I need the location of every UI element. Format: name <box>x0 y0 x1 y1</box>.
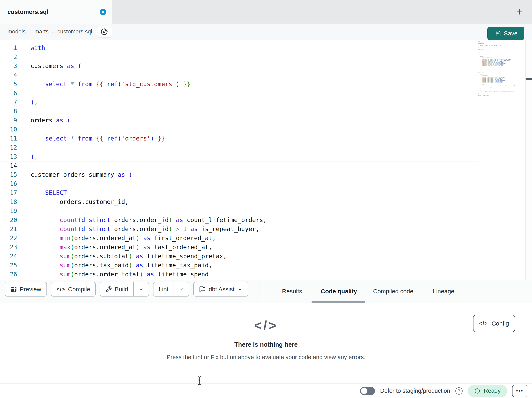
line-number: 16 <box>0 179 17 188</box>
code-line[interactable]: 24 sum(orders.subtotal) as lifetime_spen… <box>0 252 478 261</box>
tab-code-quality[interactable]: Code quality <box>321 280 357 303</box>
code-text <box>17 107 31 116</box>
status-label: Ready <box>484 388 501 394</box>
code-text: sum(orders.subtotal) as lifetime_spend_p… <box>17 252 227 261</box>
code-line[interactable]: 22 min(orders.ordered_at) as first_order… <box>0 234 478 243</box>
code-line[interactable]: 21 count(distinct orders.order_id) > 1 a… <box>0 224 478 234</box>
action-toolbar: Preview </> Compile Build <box>0 280 532 303</box>
chevron-down-icon <box>179 287 184 292</box>
explore-lineage-button[interactable] <box>96 26 112 38</box>
line-number: 8 <box>0 107 17 116</box>
code-line[interactable]: 5 select * from {{ ref('stg_customers') … <box>0 79 478 89</box>
code-text <box>17 125 31 134</box>
dbt-ide-window: customers.sql + models › marts › custome… <box>0 0 532 398</box>
code-line[interactable]: 17 SELECT <box>0 188 478 197</box>
code-line[interactable]: 9orders as ( <box>0 116 478 125</box>
build-dropdown-button[interactable] <box>134 282 149 296</box>
code-line[interactable]: 2 <box>0 52 478 61</box>
code-lines: 1with23customers as (45 select * from {{… <box>0 40 478 279</box>
code-text <box>17 71 31 79</box>
code-text: min(orders.ordered_at) as first_ordered_… <box>17 234 216 243</box>
dbt-assist-label: dbt Assist <box>209 286 234 293</box>
lint-dropdown-button[interactable] <box>174 282 189 296</box>
code-text <box>17 206 31 215</box>
build-button[interactable]: Build <box>100 282 133 296</box>
empty-state-message: Press the Lint or Fix button above to ev… <box>0 354 532 360</box>
code-editor[interactable]: 1with23customers as (45 select * from {{… <box>0 40 532 280</box>
code-line[interactable]: 19 <box>0 206 478 215</box>
code-line[interactable]: 18 orders.customer_id, <box>0 197 478 206</box>
empty-state: </> There is nothing here Press the Lint… <box>0 318 532 360</box>
code-line[interactable]: 25 sum(orders.tax_paid) as lifetime_tax_… <box>0 261 478 270</box>
code-text: max(orders.ordered_at) as last_ordered_a… <box>17 243 212 252</box>
compile-button[interactable]: </> Compile <box>51 282 96 297</box>
code-line[interactable]: 16 <box>0 179 478 188</box>
line-number: 6 <box>0 89 17 98</box>
indent-guide <box>31 71 31 98</box>
wrench-icon <box>105 286 112 293</box>
code-line[interactable]: 15customer_orders_summary as ( <box>0 170 478 179</box>
code-line[interactable]: 12 <box>0 143 478 152</box>
save-button[interactable]: Save <box>487 27 524 40</box>
code-line[interactable]: 7), <box>0 98 478 107</box>
code-text: sum(orders.tax_paid) as lifetime_tax_pai… <box>17 261 212 270</box>
code-line[interactable]: 13), <box>0 152 478 161</box>
table-grid-icon <box>10 286 17 293</box>
code-line[interactable]: 20 count(distinct orders.order_id) as co… <box>0 215 478 224</box>
code-text: select * from {{ ref('stg_customers') }} <box>17 79 190 89</box>
code-text: ), <box>17 98 38 107</box>
preview-label: Preview <box>20 286 41 293</box>
code-line[interactable]: 26 sum(orders.order_total) as lifetime_s… <box>0 270 478 279</box>
code-line[interactable]: 10 <box>0 125 478 134</box>
tab-compiled-code[interactable]: Compiled code <box>373 280 413 303</box>
breadcrumb-separator: › <box>29 29 31 34</box>
active-tab-underline <box>311 301 365 303</box>
breadcrumb-file[interactable]: customers.sql <box>57 28 92 35</box>
lint-button[interactable]: Lint <box>153 282 174 296</box>
new-tab-button[interactable]: + <box>512 4 528 19</box>
panel-divider <box>263 281 263 302</box>
breadcrumb-models[interactable]: models <box>7 28 25 35</box>
code-line[interactable]: 8 <box>0 107 478 116</box>
ruler-thumb[interactable] <box>526 78 532 80</box>
code-text <box>17 143 31 152</box>
preview-button[interactable]: Preview <box>5 282 47 297</box>
code-text: SELECT <box>17 188 67 197</box>
more-options-button[interactable]: ••• <box>512 385 527 397</box>
ibeam-cursor-icon <box>197 376 202 385</box>
code-line[interactable]: 6 <box>0 89 478 98</box>
editor-overview-ruler[interactable] <box>525 40 532 280</box>
line-number: 9 <box>0 116 17 125</box>
code-line[interactable]: 3customers as ( <box>0 61 478 71</box>
line-number: 25 <box>0 261 17 270</box>
line-number: 7 <box>0 98 17 107</box>
code-line[interactable]: 4 <box>0 71 478 79</box>
tab-lineage[interactable]: Lineage <box>433 280 454 303</box>
code-line[interactable]: 23 max(orders.ordered_at) as last_ordere… <box>0 243 478 252</box>
defer-toggle[interactable] <box>360 387 375 395</box>
line-number: 24 <box>0 252 17 261</box>
tab-customers-sql[interactable]: customers.sql <box>0 0 112 24</box>
status-bar: Defer to staging/production ? Ready ••• <box>0 384 532 398</box>
code-line[interactable]: 11 select * from {{ ref('orders') }} <box>0 134 478 143</box>
help-icon[interactable]: ? <box>455 387 462 395</box>
save-floppy-icon <box>494 30 501 37</box>
chat-sparkle-icon <box>199 286 206 293</box>
code-text <box>17 161 31 170</box>
config-button[interactable]: </> Config <box>473 315 515 332</box>
code-brackets-icon: </> <box>0 318 532 333</box>
code-text <box>17 52 31 61</box>
dbt-assist-button[interactable]: dbt Assist <box>193 282 248 297</box>
code-text: orders.customer_id, <box>17 197 129 206</box>
code-text <box>17 89 31 98</box>
editor-minimap[interactable]: with customers as ( select * from {{ ref… <box>478 41 525 279</box>
code-line[interactable]: 1with <box>0 43 478 52</box>
save-label: Save <box>504 30 518 37</box>
code-text: count(distinct orders.order_id) > 1 as i… <box>17 224 260 234</box>
breadcrumb-marts[interactable]: marts <box>34 28 49 35</box>
code-text: customer_orders_summary as ( <box>17 170 132 179</box>
indent-guide <box>31 179 31 279</box>
tab-results[interactable]: Results <box>282 280 302 303</box>
code-line[interactable]: 14 <box>0 161 478 170</box>
indent-guide <box>45 197 45 279</box>
